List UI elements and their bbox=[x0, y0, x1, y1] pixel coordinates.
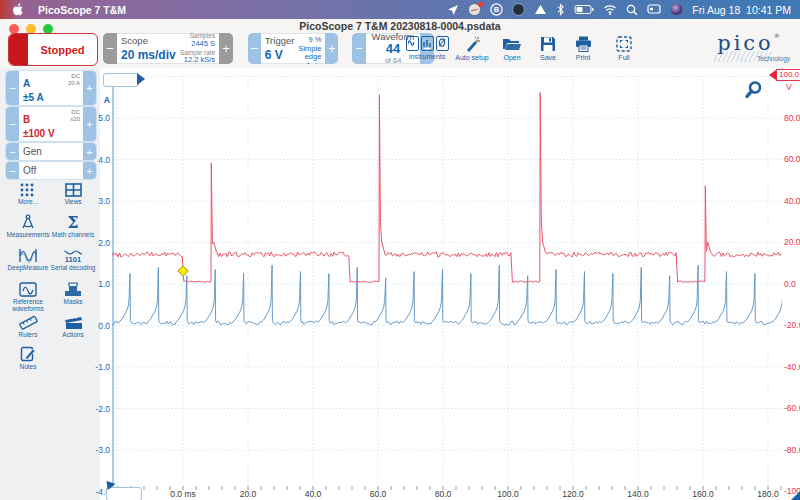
bitwarden-icon[interactable]: B bbox=[490, 3, 503, 16]
channel-a-name[interactable]: A bbox=[23, 78, 30, 89]
print-icon bbox=[575, 36, 592, 52]
notes-icon bbox=[20, 346, 36, 362]
window-chrome: PicoScope 7 T&M 20230818-0004.psdata Sto… bbox=[0, 19, 800, 69]
off-channel-name[interactable]: Off bbox=[23, 164, 79, 177]
left-axis-tick-label: 2.0 bbox=[86, 238, 110, 248]
menubar-app-title[interactable]: PicoScope 7 T&M bbox=[38, 4, 126, 16]
left-axis-tick-label: 0.0 bbox=[86, 321, 110, 331]
views-icon bbox=[65, 183, 82, 197]
right-axis-tick-label: 20.0 bbox=[784, 237, 800, 247]
dark-mode-icon[interactable] bbox=[512, 3, 525, 16]
zoom-tool-icon[interactable] bbox=[744, 80, 764, 100]
scope-increase-button[interactable]: + bbox=[219, 33, 233, 64]
scope-label[interactable]: Scope bbox=[121, 35, 176, 46]
print-button[interactable]: Print bbox=[566, 36, 600, 61]
off-channel-increase-button[interactable]: + bbox=[83, 162, 96, 179]
scope-graph-area[interactable]: A V 5.04.03.02.01.00.0-1.0-2.0-3.0-4.0 8… bbox=[100, 68, 800, 500]
waveform-plot[interactable] bbox=[112, 76, 782, 490]
trigger-sweep: Auto bbox=[298, 62, 321, 64]
waveform-previous-button[interactable]: − bbox=[352, 33, 366, 64]
wifi-icon[interactable] bbox=[603, 4, 617, 15]
bottom-pan-handle[interactable] bbox=[106, 487, 142, 500]
scope-decrease-button[interactable]: − bbox=[103, 33, 117, 64]
top-pan-handle[interactable] bbox=[103, 73, 139, 87]
more-button[interactable]: More... bbox=[5, 183, 51, 205]
math-channels-button[interactable]: Σ Math channels bbox=[50, 214, 96, 238]
stopped-label: Stopped bbox=[28, 34, 97, 65]
auto-setup-button[interactable]: Auto setup bbox=[452, 36, 492, 61]
measurements-button[interactable]: Measurements bbox=[5, 214, 51, 238]
battery-icon[interactable] bbox=[574, 4, 594, 15]
auto-setup-wand-icon bbox=[463, 36, 481, 52]
channel-b-range[interactable]: ±100 V bbox=[23, 128, 55, 139]
notes-label: Notes bbox=[20, 363, 37, 370]
stopped-indicator bbox=[9, 34, 28, 65]
spotlight-search-icon[interactable] bbox=[626, 4, 638, 16]
channel-a-range[interactable]: ±5 A bbox=[23, 92, 44, 103]
channel-b-decrease-button[interactable]: − bbox=[6, 107, 19, 141]
trigger-level-value[interactable]: 6 V bbox=[265, 48, 295, 62]
rulers-button[interactable]: Rulers bbox=[5, 315, 51, 338]
corner-resize-icon[interactable] bbox=[791, 491, 800, 500]
right-axis-tick-label: -20.0 bbox=[784, 320, 800, 330]
pico-logo-subtitle: Technology bbox=[757, 55, 790, 62]
window-title: PicoScope 7 T&M 20230818-0004.psdata bbox=[0, 20, 800, 32]
x-axis-tick-label: 120.0 bbox=[543, 489, 603, 499]
x-axis-tick-label: 20.0 bbox=[218, 489, 278, 499]
x-axis-tick-label: 80.0 bbox=[413, 489, 473, 499]
x-axis-tick-label: 40.0 bbox=[283, 489, 343, 499]
display-menu-icon[interactable] bbox=[647, 4, 661, 15]
right-axis-tick-label: -80.0 bbox=[784, 445, 800, 455]
location-icon[interactable] bbox=[447, 4, 459, 16]
serial-decoding-icon: 1101 bbox=[63, 248, 83, 263]
serial-decoding-button[interactable]: 1101 Serial decoding bbox=[50, 248, 96, 271]
channel-a-coupling: DC bbox=[71, 73, 80, 79]
scope-instrument-icon bbox=[406, 36, 419, 51]
samples-value: 2445 S bbox=[180, 40, 215, 49]
channel-a-decrease-button[interactable]: − bbox=[6, 71, 19, 105]
dmm-instrument-icon bbox=[436, 36, 449, 51]
left-axis-tick-label: 4.0 bbox=[86, 155, 110, 165]
deepmeasure-button[interactable]: DeepMeasure bbox=[5, 248, 51, 271]
stopped-button[interactable]: Stopped bbox=[8, 33, 98, 66]
right-axis-tick-label: 60.0 bbox=[784, 154, 800, 164]
masks-label: Masks bbox=[64, 298, 83, 305]
right-axis-tick-label: 0.0 bbox=[784, 279, 796, 289]
triangle-menu-icon[interactable] bbox=[534, 4, 547, 15]
scope-timebase-value[interactable]: 20 ms/div bbox=[121, 48, 176, 62]
deepmeasure-label: DeepMeasure bbox=[8, 264, 49, 271]
bluetooth-icon[interactable] bbox=[556, 3, 565, 16]
channel-b-offset-marker[interactable]: 100.0 bbox=[769, 69, 800, 81]
reference-waveforms-label: Reference waveforms bbox=[12, 298, 43, 312]
siri-icon[interactable] bbox=[670, 3, 683, 16]
top-pan-arrow-icon bbox=[137, 73, 145, 85]
app-notification-icon[interactable] bbox=[468, 3, 481, 16]
reference-waveforms-button[interactable]: Reference waveforms bbox=[5, 282, 51, 313]
channel-b-name[interactable]: B bbox=[23, 114, 30, 125]
x-axis-tick-label: 0.0 ms bbox=[153, 489, 213, 499]
generator-name[interactable]: Gen bbox=[23, 145, 79, 158]
right-axis-tick-label: -60.0 bbox=[784, 403, 800, 413]
left-axis-tick-label: 3.0 bbox=[86, 196, 110, 206]
svg-text:1101: 1101 bbox=[65, 255, 81, 264]
open-button[interactable]: Open bbox=[494, 36, 530, 61]
generator-decrease-button[interactable]: − bbox=[6, 143, 19, 160]
apple-menu-icon[interactable] bbox=[13, 3, 24, 16]
x-axis-tick-label: 160.0 bbox=[673, 489, 733, 499]
trigger-level-marker[interactable] bbox=[178, 266, 188, 276]
open-label: Open bbox=[503, 54, 520, 61]
menubar-clock[interactable]: Fri Aug 18 10:41 PM bbox=[692, 4, 791, 16]
trigger-increase-button[interactable]: + bbox=[325, 33, 338, 64]
actions-clapperboard-icon bbox=[64, 315, 83, 330]
trigger-decrease-button[interactable]: − bbox=[248, 33, 261, 64]
notes-button[interactable]: Notes bbox=[5, 346, 51, 370]
full-screen-button[interactable]: Full bbox=[608, 36, 640, 61]
channel-a-panel: − A DC20 A ±5 A + bbox=[5, 70, 97, 106]
off-channel-decrease-button[interactable]: − bbox=[6, 162, 19, 179]
serial-decoding-label: Serial decoding bbox=[51, 264, 96, 271]
instruments-button[interactable]: Instruments bbox=[404, 36, 450, 60]
save-button[interactable]: Save bbox=[532, 36, 564, 61]
svg-text:Σ: Σ bbox=[67, 214, 78, 230]
right-axis-unit: V bbox=[786, 82, 792, 92]
trigger-label[interactable]: Trigger bbox=[265, 35, 295, 46]
